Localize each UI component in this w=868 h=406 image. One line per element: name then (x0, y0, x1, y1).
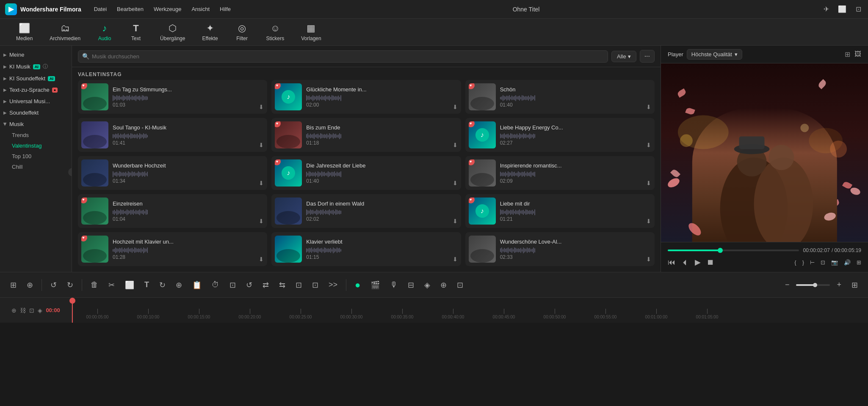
download-button[interactable]: ⬇ (259, 218, 264, 225)
screenshot-icon[interactable]: 📷 (831, 259, 838, 266)
ripple-button[interactable]: ↺ (243, 279, 256, 291)
sidebar-item-valentinstag[interactable]: Valentinstag (8, 140, 72, 151)
toolbar-archivmedien[interactable]: 🗂 Archivmedien (42, 20, 88, 44)
title-button[interactable]: T (141, 279, 152, 291)
download-button[interactable]: ⬇ (646, 142, 651, 148)
music-card-5[interactable]: ♥Bis zum Ende01:18⬇ (271, 118, 461, 152)
settings-icon[interactable]: ⊞ (857, 259, 861, 266)
filter-dropdown[interactable]: Alle ▾ (611, 51, 636, 62)
sidebar-item-chill[interactable]: Chill (8, 162, 72, 172)
sidebar-item-text-zu-sprache[interactable]: ▶ Text-zu-Sprache ● (0, 84, 72, 96)
download-button[interactable]: ⬇ (453, 142, 458, 148)
keyframe-button[interactable]: ◈ (421, 279, 434, 291)
snap-icon[interactable]: ⊡ (29, 307, 34, 314)
sidebar-item-ki-musik[interactable]: ▶ KI Musik AI ⓘ (0, 60, 72, 73)
music-card-11[interactable]: Das Dorf in einem Wald02:02⬇ (271, 194, 461, 228)
redo-button[interactable]: ↻ (64, 279, 77, 291)
link-icon[interactable]: ⛓ (20, 307, 26, 314)
more-tools-button[interactable]: >> (325, 279, 341, 291)
maximize-icon[interactable]: ⊡ (854, 5, 863, 14)
delete-button[interactable]: 🗑 (87, 279, 102, 291)
playhead[interactable] (72, 298, 73, 323)
rotate-button[interactable]: ↻ (156, 279, 169, 291)
music-card-15[interactable]: Wunderschöne Love-Al...02:33⬇ (465, 232, 655, 266)
download-button[interactable]: ⬇ (646, 180, 651, 187)
zoom-slider[interactable] (796, 284, 830, 286)
stop-icon[interactable]: ⏹ (707, 258, 714, 267)
effects-button[interactable]: 🎬 (367, 279, 383, 291)
transform-button[interactable]: ⊡ (226, 279, 239, 291)
bracket-left-icon[interactable]: { (794, 259, 796, 266)
step-back-icon[interactable]: ⏴ (681, 258, 689, 267)
motion-button[interactable]: ⊕ (437, 279, 450, 291)
toolbar-medien[interactable]: ⬜ Medien (8, 20, 40, 44)
music-card-9[interactable]: ♥Inspirierende romantisc...02:09⬇ (465, 156, 655, 190)
timeline-ruler[interactable]: 00:00:05:0000:00:10:0000:00:15:0000:00:2… (72, 298, 868, 323)
toolbar-uebergaenge[interactable]: ⬡ Übergänge (152, 20, 193, 44)
sidebar-item-universal-musi[interactable]: ▶ Universal Musi... (0, 96, 72, 107)
mask-button[interactable]: ⊡ (453, 279, 467, 291)
fullscreen-icon[interactable]: ⊡ (821, 259, 825, 266)
menu-ansicht[interactable]: Ansicht (191, 6, 210, 12)
undo-button[interactable]: ↺ (47, 279, 60, 291)
music-card-1[interactable]: ♥Ein Tag zu Stimmungs...01:03⬇ (78, 80, 267, 114)
ai-button[interactable]: ⊕ (172, 279, 185, 291)
sidebar-item-trends[interactable]: Trends (8, 130, 72, 140)
skip-back-icon[interactable]: ⏮ (668, 258, 675, 267)
layout-options-button[interactable]: ⊞ (848, 279, 861, 291)
toolbar-text[interactable]: T Text (121, 20, 151, 44)
music-card-13[interactable]: ♥Hochzeit mit Klavier un...01:28⬇ (78, 232, 267, 266)
group-button[interactable]: ⊡ (292, 279, 305, 291)
quality-dropdown[interactable]: Höchste Qualität ▾ (687, 49, 742, 60)
timer-button[interactable]: ⏱ (208, 279, 223, 291)
window-icon[interactable]: ⬜ (838, 5, 847, 14)
menu-hilfe[interactable]: Hilfe (220, 6, 231, 12)
download-button[interactable]: ⬇ (453, 180, 458, 187)
send-icon[interactable]: ✈ (821, 5, 831, 14)
menu-werkzeuge[interactable]: Werkzeuge (154, 6, 182, 12)
music-card-3[interactable]: ♥Schön01:40⬇ (465, 80, 655, 114)
download-button[interactable]: ⬇ (259, 142, 264, 148)
download-button[interactable]: ⬇ (453, 218, 458, 225)
grid-view-icon[interactable]: ⊞ (845, 50, 850, 58)
crop-button[interactable]: ⬜ (122, 279, 138, 291)
download-button[interactable]: ⬇ (259, 180, 264, 187)
menu-datei[interactable]: Datei (94, 6, 107, 12)
play-button[interactable]: ▶ (695, 258, 701, 267)
toolbar-vorlagen[interactable]: ▦ Vorlagen (293, 20, 329, 44)
music-card-6[interactable]: ♥♪Liebe Happy Energy Co...02:27⬇ (465, 118, 655, 152)
toolbar-audio[interactable]: ♪ Audio (90, 20, 119, 44)
music-card-14[interactable]: Klavier verliebt01:15⬇ (271, 232, 461, 266)
zoom-out-button[interactable]: − (782, 279, 793, 291)
music-card-2[interactable]: ♥♪Glückliche Momente in...02:00⬇ (271, 80, 461, 114)
sidebar-collapse-button[interactable]: ‹ (68, 168, 72, 176)
image-view-icon[interactable]: 🖼 (854, 50, 861, 58)
download-button[interactable]: ⬇ (259, 104, 264, 110)
toolbar-effekte[interactable]: ✦ Effekte (194, 20, 225, 44)
scene-icon[interactable]: ⊞ (7, 279, 20, 291)
toolbar-stickers[interactable]: ☺ Stickers (259, 20, 292, 44)
split-button[interactable]: ⇄ (259, 279, 272, 291)
bracket-right-icon[interactable]: } (802, 259, 804, 266)
volume-icon[interactable]: 🔊 (844, 259, 851, 266)
marker-icon[interactable]: ◈ (38, 307, 42, 314)
sidebar-item-musik[interactable]: ▶ Musik (0, 118, 72, 130)
download-button[interactable]: ⬇ (646, 104, 651, 110)
search-input[interactable] (78, 50, 608, 63)
split-icon[interactable]: ⊢ (810, 259, 815, 266)
sidebar-item-meine[interactable]: ▶ Meine (0, 49, 72, 60)
zoom-in-button[interactable]: + (833, 279, 845, 291)
subtitle-button[interactable]: ⊟ (404, 279, 417, 291)
magnet-icon[interactable]: ⊕ (23, 279, 36, 291)
music-card-7[interactable]: Wunderbare Hochzeit01:34⬇ (78, 156, 267, 190)
download-button[interactable]: ⬇ (453, 256, 458, 263)
download-button[interactable]: ⬇ (646, 256, 651, 263)
record-button[interactable]: ● (351, 278, 364, 292)
music-card-10[interactable]: ♥Einzelreisen01:04⬇ (78, 194, 267, 228)
audio-button[interactable]: 🎙 (387, 279, 401, 291)
toolbar-filter[interactable]: ◎ Filter (227, 20, 257, 44)
add-track-icon[interactable]: ⊕ (11, 307, 17, 314)
download-button[interactable]: ⬇ (646, 218, 651, 225)
more-options-button[interactable]: ··· (640, 50, 655, 63)
music-card-12[interactable]: ♥♪Liebe mit dir01:21⬇ (465, 194, 655, 228)
